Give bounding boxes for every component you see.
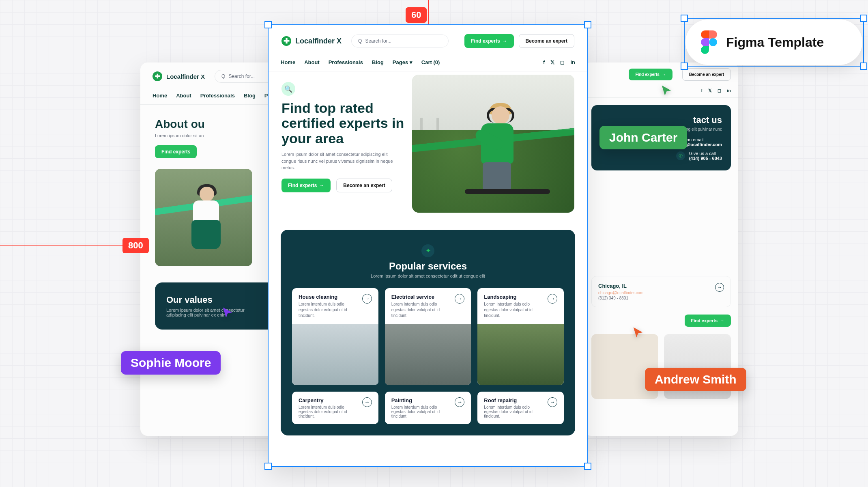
- arrow-right-icon[interactable]: →: [548, 294, 557, 304]
- service-desc: Lorem interdum duis odio egestas dolor v…: [484, 405, 544, 418]
- brand-text: Localfinder X: [166, 73, 205, 80]
- figma-logo-icon: [701, 30, 717, 54]
- arrow-right-icon: →: [503, 38, 507, 44]
- find-experts-button[interactable]: Find experts→: [464, 34, 513, 48]
- chevrondown-icon: ▾: [410, 59, 413, 65]
- arrow-right-icon[interactable]: →: [455, 397, 464, 407]
- nav-professionals[interactable]: Professionals: [200, 93, 235, 99]
- brand-icon: ✚: [281, 36, 291, 46]
- collaborator-label: Sophie Moore: [121, 351, 221, 375]
- social-icons: f 𝕏 ◻ in: [701, 88, 731, 93]
- arrow-right-icon[interactable]: →: [362, 397, 372, 407]
- nav-home[interactable]: Home: [153, 93, 167, 99]
- nav-professionals[interactable]: Professionals: [329, 59, 363, 65]
- collaborator-cursor-sophie: Sophie Moore: [121, 339, 221, 375]
- service-image: [292, 324, 378, 385]
- arrow-right-icon: →: [720, 318, 724, 323]
- about-hero-image: [155, 169, 252, 266]
- arrow-right-icon[interactable]: →: [362, 294, 372, 304]
- figma-template-pill[interactable]: Figma Template: [685, 19, 862, 65]
- hero-title: Find top rated certified experts in your…: [281, 101, 411, 146]
- collaborator-cursor-john: John Carter: [599, 114, 687, 149]
- service-card-house-cleaning[interactable]: House cleaning Lorem interdum duis odio …: [292, 288, 378, 385]
- nav-blog[interactable]: Blog: [372, 59, 384, 65]
- become-expert-button[interactable]: Become an expert: [336, 179, 392, 192]
- find-experts-button[interactable]: Find experts→: [281, 179, 331, 192]
- service-card-landscaping[interactable]: Landscaping Lorem interdum duis odio ege…: [477, 288, 564, 385]
- services-subtitle: Lorem ipsum dolor sit amet consectetur o…: [292, 274, 564, 278]
- social-icons: f 𝕏 ◻ in: [543, 59, 575, 65]
- search-prefix-icon: Q: [358, 38, 362, 44]
- phone-label: Give us a call: [689, 151, 722, 156]
- location-card[interactable]: Chicago, IL chicago@localfinder.com (312…: [591, 276, 731, 307]
- brand-icon: ✚: [153, 71, 162, 81]
- twitter-icon[interactable]: 𝕏: [550, 59, 554, 65]
- facebook-icon[interactable]: f: [543, 59, 545, 65]
- service-title: Roof repairig: [484, 397, 544, 403]
- service-image: [477, 324, 564, 385]
- twitter-icon[interactable]: 𝕏: [708, 88, 712, 93]
- instagram-icon[interactable]: ◻: [560, 59, 565, 65]
- measurement-badge-left: 800: [122, 238, 149, 253]
- phone-value[interactable]: (414) 905 - 6043: [689, 156, 722, 161]
- arrow-right-icon: →: [662, 72, 666, 77]
- search-prefix-icon: Q: [221, 73, 225, 79]
- service-card-electrical[interactable]: Electrical service Lorem interdum duis o…: [385, 288, 471, 385]
- nav-cart[interactable]: Cart (0): [421, 59, 440, 65]
- arrow-right-icon[interactable]: →: [715, 283, 724, 292]
- service-desc: Lorem interdum duis odio egestas dolor v…: [299, 405, 358, 418]
- arrow-right-icon[interactable]: →: [548, 397, 557, 407]
- collaborator-label: John Carter: [599, 126, 687, 149]
- figma-pill-label: Figma Template: [726, 35, 824, 50]
- phone-icon: ✆: [676, 151, 685, 160]
- brand[interactable]: ✚ Localfinder X: [281, 36, 342, 46]
- search-input[interactable]: Q Search for...: [351, 34, 449, 47]
- nav-pages[interactable]: Pages ▾: [393, 59, 413, 65]
- collaborator-cursor-andrew: Andrew Smith: [645, 356, 746, 391]
- service-title: House cleaning: [299, 294, 358, 300]
- brand[interactable]: ✚ Localfinder X: [153, 71, 205, 81]
- nav-about[interactable]: About: [176, 93, 191, 99]
- measurement-line-left: [0, 245, 126, 246]
- values-subtitle: Lorem ipsum dolor sit amet consectetur a…: [166, 308, 251, 317]
- hero-image: [412, 75, 574, 213]
- find-experts-button[interactable]: Find experts→: [685, 315, 731, 327]
- collaborator-label: Andrew Smith: [645, 368, 746, 391]
- services-band: ✦ Popular services Lorem ipsum dolor sit…: [281, 230, 575, 435]
- search-badge-icon: 🔍: [281, 82, 295, 96]
- service-title: Electrical service: [391, 294, 451, 300]
- nav-home[interactable]: Home: [281, 59, 295, 65]
- search-placeholder: Search for...: [228, 73, 255, 79]
- hero-subtitle: Lorem ipsum dolor sit amet consectetur a…: [281, 151, 403, 171]
- artboard-home[interactable]: ✚ Localfinder X Q Search for... Find exp…: [269, 25, 587, 466]
- arrow-right-icon: →: [319, 183, 324, 188]
- service-desc: Lorem interdum duis odio egestas dolor v…: [391, 302, 451, 319]
- brand-text: Localfinder X: [295, 37, 342, 45]
- location-phone: (312) 349 - 8801: [598, 296, 643, 300]
- service-card-roof-repair[interactable]: Roof repairig Lorem interdum duis odio e…: [477, 392, 564, 424]
- service-title: Painting: [391, 397, 451, 403]
- services-title: Popular services: [292, 261, 564, 272]
- instagram-icon[interactable]: ◻: [718, 88, 721, 93]
- linkedin-icon[interactable]: in: [570, 59, 575, 65]
- linkedin-icon[interactable]: in: [727, 88, 731, 93]
- measurement-badge-top: 60: [406, 7, 427, 23]
- service-card-painting[interactable]: Painting Lorem interdum duis odio egesta…: [385, 392, 471, 424]
- nav-blog[interactable]: Blog: [244, 93, 256, 99]
- location-email: chicago@localfinder.com: [598, 291, 643, 295]
- search-placeholder: Search for...: [365, 38, 391, 44]
- service-desc: Lorem interdum duis odio egestas dolor v…: [391, 405, 451, 418]
- arrow-right-icon[interactable]: →: [455, 294, 464, 304]
- become-expert-button[interactable]: Become an expert: [682, 68, 731, 81]
- nav-row: Home About Professionals Blog Pages ▾ Ca…: [269, 57, 587, 71]
- measurement-line-top: [428, 0, 429, 24]
- become-expert-button[interactable]: Become an expert: [519, 34, 574, 48]
- facebook-icon[interactable]: f: [701, 88, 703, 93]
- service-image: [385, 324, 471, 385]
- service-card-carpentry[interactable]: Carpentry Lorem interdum duis odio egest…: [292, 392, 378, 424]
- service-desc: Lorem interdum duis odio egestas dolor v…: [299, 302, 358, 319]
- find-experts-button[interactable]: Find experts→: [629, 69, 672, 80]
- location-title: Chicago, IL: [598, 283, 643, 289]
- find-experts-button[interactable]: Find experts: [155, 145, 197, 158]
- nav-about[interactable]: About: [304, 59, 320, 65]
